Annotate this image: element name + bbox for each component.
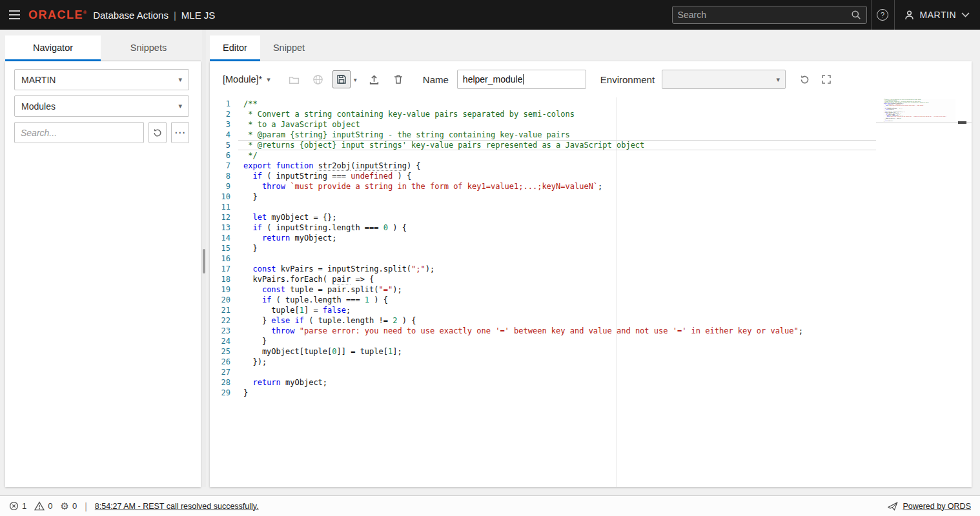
line-number: 5 xyxy=(210,140,230,150)
line-number: 10 xyxy=(210,192,230,202)
code-line[interactable]: throw "parse error: you need to use exac… xyxy=(238,326,876,336)
navigator-tabs: Navigator Snippets xyxy=(5,35,201,61)
user-menu[interactable]: MARTIN xyxy=(894,0,980,30)
overview-ruler-marker xyxy=(958,121,966,124)
error-counter[interactable]: 1 xyxy=(9,501,26,511)
line-number: 8 xyxy=(210,171,230,181)
save-options-caret[interactable]: ▾ xyxy=(351,76,360,83)
user-name: MARTIN xyxy=(920,10,956,20)
status-message-link[interactable]: 8:54:27 AM - REST call resolved successf… xyxy=(95,502,259,511)
editor-right-zone: /** * Convert a string containing key-va… xyxy=(876,97,972,487)
code-line[interactable]: if ( inputString === undefined ) { xyxy=(238,171,876,181)
help-button[interactable]: ? xyxy=(871,0,894,30)
process-count: 0 xyxy=(72,501,77,511)
code-line[interactable]: if ( tuple.length === 1 ) { xyxy=(238,295,876,305)
code-line[interactable]: */ xyxy=(238,150,876,161)
code-line[interactable]: tuple[1] = false; xyxy=(238,305,876,315)
panel-splitter[interactable] xyxy=(202,30,206,487)
save-split-button: ▾ xyxy=(332,70,360,88)
tab-snippets[interactable]: Snippets xyxy=(101,35,196,61)
code-line[interactable]: } xyxy=(238,192,876,202)
code-line[interactable]: myObject[tuple[0]] = tuple[1]; xyxy=(238,346,876,357)
deploy-button[interactable] xyxy=(365,70,384,88)
code-line[interactable]: /** xyxy=(238,99,876,109)
code-scroll-area[interactable]: /** * Convert a string containing key-va… xyxy=(238,97,876,487)
navigator-search-input[interactable] xyxy=(14,122,144,143)
open-module-button[interactable] xyxy=(285,70,304,88)
code-line[interactable]: throw `must provide a string in the form… xyxy=(238,181,876,192)
line-number: 23 xyxy=(210,326,230,336)
code-line[interactable]: return myObject; xyxy=(238,233,876,243)
code-line[interactable]: kvPairs.forEach( pair => { xyxy=(238,274,876,284)
code-line[interactable]: * Convert a string containing key-value … xyxy=(238,109,876,119)
code-line[interactable] xyxy=(238,367,876,377)
search-icon[interactable] xyxy=(851,10,861,20)
browse-modules-button[interactable] xyxy=(309,70,328,88)
error-circle-icon xyxy=(9,501,19,511)
ellipsis-icon: ⋯ xyxy=(174,126,186,139)
name-input[interactable]: helper_module xyxy=(457,70,586,89)
upload-icon xyxy=(369,74,380,85)
object-type-select[interactable]: Modules ▾ xyxy=(14,95,189,117)
refresh-icon xyxy=(799,74,810,85)
context-title: MLE JS xyxy=(181,10,216,21)
code-line[interactable]: }); xyxy=(238,357,876,367)
help-icon: ? xyxy=(877,9,888,21)
line-number: 13 xyxy=(210,223,230,233)
oracle-logo: ORACLE® xyxy=(28,8,87,22)
editor-panel: Editor Snippet [Module]* ▾ ▾ xyxy=(210,35,972,487)
code-line[interactable]: * to a JavaScript object xyxy=(238,119,876,130)
global-search-box xyxy=(672,6,867,24)
code-editor[interactable]: 1234567891011121314151617181920212223242… xyxy=(210,97,972,487)
environment-label: Environment xyxy=(600,74,655,85)
code-line[interactable]: return myObject; xyxy=(238,377,876,388)
code-line[interactable] xyxy=(238,202,876,212)
line-number: 28 xyxy=(210,377,230,388)
hamburger-menu-icon[interactable] xyxy=(0,10,28,19)
line-number: 12 xyxy=(210,212,230,223)
code-line[interactable]: let myObject = {}; xyxy=(238,212,876,223)
chevron-down-icon: ▾ xyxy=(267,75,271,84)
schema-select[interactable]: MARTIN ▾ xyxy=(14,69,189,90)
maximize-icon xyxy=(821,74,832,84)
refresh-button[interactable] xyxy=(148,122,167,143)
globe-icon xyxy=(312,74,323,85)
registered-mark: ® xyxy=(83,10,87,15)
tab-navigator[interactable]: Navigator xyxy=(5,35,101,61)
global-search-input[interactable] xyxy=(678,10,851,20)
code-line[interactable]: } xyxy=(238,336,876,346)
environment-select[interactable]: ▾ xyxy=(662,70,786,89)
code-line[interactable]: * @param {string} inputString - the stri… xyxy=(238,130,876,140)
code-line[interactable]: if ( inputString.length === 0 ) { xyxy=(238,223,876,233)
code-line[interactable]: } xyxy=(238,243,876,253)
code-line[interactable]: const tuple = pair.split("="); xyxy=(238,284,876,295)
code-line[interactable]: * @returns {object} input strings' key-v… xyxy=(238,140,876,150)
maximize-editor-button[interactable] xyxy=(817,70,836,88)
refresh-environments-button[interactable] xyxy=(795,70,814,88)
code-line[interactable] xyxy=(238,253,876,264)
warning-counter[interactable]: 0 xyxy=(34,501,52,511)
more-options-button[interactable]: ⋯ xyxy=(171,122,189,143)
line-number: 17 xyxy=(210,264,230,274)
code-line[interactable]: const kvPairs = inputString.split(";"); xyxy=(238,264,876,274)
delete-button[interactable] xyxy=(389,70,408,88)
error-count: 1 xyxy=(22,501,26,511)
save-button[interactable] xyxy=(332,70,351,88)
code-line[interactable]: } xyxy=(238,388,876,398)
minimap[interactable]: /** * Convert a string containing key-va… xyxy=(883,99,955,122)
code-line[interactable]: } else if ( tuple.length != 2 ) { xyxy=(238,315,876,326)
powered-by-ords-link[interactable]: Powered by ORDS xyxy=(903,502,971,511)
line-number: 16 xyxy=(210,253,230,264)
tab-editor[interactable]: Editor xyxy=(210,35,260,61)
line-number-gutter: 1234567891011121314151617181920212223242… xyxy=(210,97,238,487)
name-input-value: helper_module xyxy=(463,74,523,84)
text-cursor xyxy=(523,74,524,84)
process-counter[interactable]: ⚙ 0 xyxy=(60,501,77,512)
minimap-content: /** * Convert a string containing key-va… xyxy=(883,99,955,122)
status-bar: 1 0 ⚙ 0 | 8:54:27 AM - REST call resolve… xyxy=(0,495,980,516)
folder-open-icon xyxy=(289,74,300,85)
code-line[interactable]: export function str2obj(inputString) { xyxy=(238,161,876,171)
splitter-handle-icon xyxy=(203,249,205,273)
tab-snippet[interactable]: Snippet xyxy=(260,35,318,61)
module-selector[interactable]: [Module]* ▾ xyxy=(223,74,271,84)
